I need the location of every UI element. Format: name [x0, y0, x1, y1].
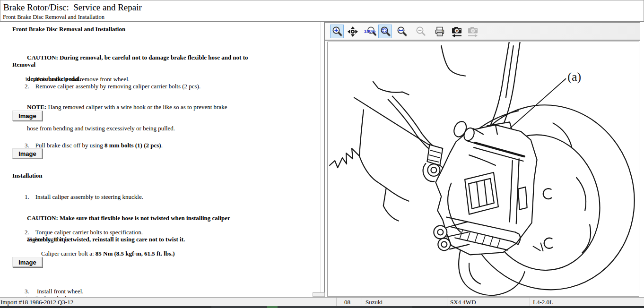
scrollbar-corner — [313, 292, 325, 297]
brake-assembly-figure: (a) — [328, 42, 639, 296]
zoom-out-button[interactable] — [414, 25, 427, 38]
document-header: Brake Rotor/Disc: Service and Repair Fro… — [0, 0, 644, 22]
article-heading: Front Brake Disc Removal and Installatio… — [12, 26, 125, 33]
next-image-icon — [467, 26, 479, 38]
page-title: Brake Rotor/Disc: Service and Repair — [3, 2, 142, 13]
torque-heading: Tightening torque — [27, 236, 71, 243]
zoom-fit-icon — [380, 26, 391, 37]
zoom-horizontal-icon — [396, 26, 408, 37]
app-window: { "header": { "title": "Brake Rotor/Disc… — [0, 0, 644, 308]
status-import-info: Import #18 1986-2012 Q3-12 — [0, 299, 73, 306]
removal-heading: Removal — [12, 61, 35, 68]
status-engine: L4-2.0L — [533, 299, 553, 306]
panel-divider-light — [321, 22, 321, 293]
svg-text:100%: 100% — [364, 28, 376, 33]
status-model: SX4 4WD — [450, 299, 476, 306]
banjo-bolt — [427, 164, 440, 176]
installation-heading: Installation — [12, 172, 43, 179]
image-button-2[interactable]: Image — [12, 148, 43, 159]
page-subtitle: Front Brake Disc Removal and Installatio… — [3, 14, 104, 21]
status-bar: Import #18 1986-2012 Q3-12 08 Suzuki SX4… — [0, 297, 644, 307]
next-image-button[interactable] — [466, 25, 479, 38]
pan-button[interactable] — [346, 25, 359, 38]
carrier-bolt-bottom — [434, 226, 447, 239]
status-year: 08 — [344, 299, 350, 306]
image-viewer-panel: 100% — [325, 22, 644, 297]
print-button[interactable] — [433, 25, 446, 38]
zoom-100-icon: 100% — [364, 26, 376, 37]
viewer-toolbar: 100% — [325, 22, 640, 41]
callout-label-a: (a) — [567, 70, 581, 84]
brake-hose — [392, 96, 435, 147]
zoom-fit-button[interactable] — [378, 25, 392, 38]
taskbar-edge — [0, 306, 644, 308]
torque-spec: Caliper carrier bolt a: 85 Nm (8.5 kgf-m… — [35, 243, 175, 264]
taskbar-green-indicator — [267, 306, 278, 308]
image-button-1[interactable]: Image — [12, 111, 43, 121]
print-icon — [434, 26, 445, 37]
status-make: Suzuki — [366, 299, 383, 306]
zoom-in-button[interactable] — [330, 25, 344, 38]
figure-canvas[interactable]: (a) — [327, 42, 639, 297]
image-button-3[interactable]: Image — [12, 257, 43, 267]
pan-icon — [347, 26, 358, 37]
previous-image-button[interactable] — [450, 25, 463, 38]
zoom-100-button[interactable]: 100% — [363, 25, 377, 38]
zoom-horizontal-button[interactable] — [395, 25, 409, 38]
zoom-out-icon — [415, 26, 426, 37]
zoom-in-icon — [331, 26, 343, 37]
previous-image-icon — [451, 26, 463, 38]
figure-body-curve — [441, 46, 465, 76]
